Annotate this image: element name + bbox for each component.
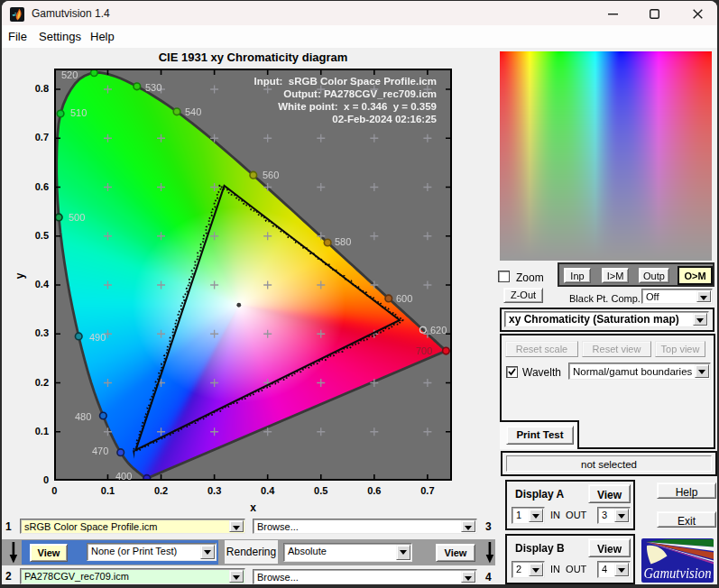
svg-text:Gamutvision: Gamutvision	[644, 565, 712, 581]
